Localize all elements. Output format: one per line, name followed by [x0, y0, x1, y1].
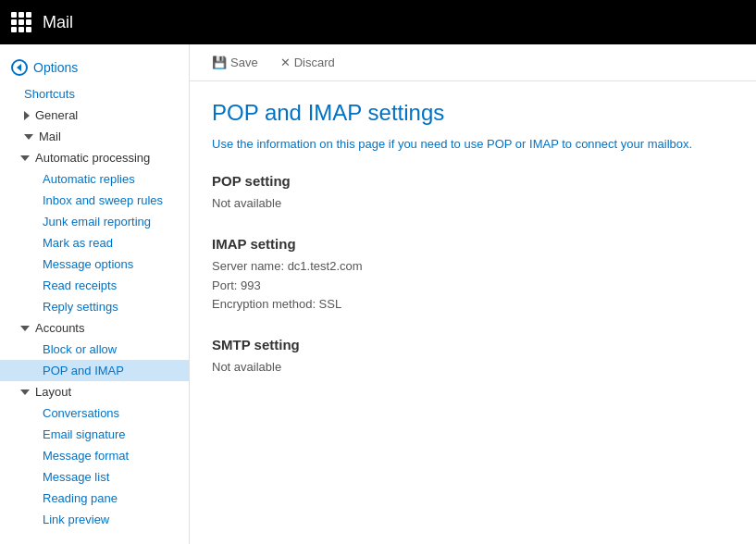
auto-replies-label: Automatic replies	[43, 172, 135, 186]
reply-settings-label: Reply settings	[43, 300, 118, 314]
sidebar-item-message-format[interactable]: Message format	[0, 445, 189, 466]
toolbar: 💾 Save ✕ Discard	[190, 44, 756, 81]
sidebar-item-inbox-sweep[interactable]: Inbox and sweep rules	[0, 190, 189, 211]
imap-encryption: Encryption method: SSL	[212, 295, 734, 315]
sidebar-item-shortcuts[interactable]: Shortcuts	[0, 83, 189, 105]
back-circle-icon	[11, 59, 28, 76]
email-signature-label: Email signature	[43, 427, 126, 441]
sidebar-item-email-signature[interactable]: Email signature	[0, 424, 189, 445]
reading-pane-label: Reading pane	[43, 491, 118, 505]
top-bar: Mail	[0, 0, 756, 44]
discard-label: Discard	[294, 56, 335, 69]
discard-button[interactable]: ✕ Discard	[277, 54, 339, 71]
link-preview-label: Link preview	[43, 513, 109, 526]
save-icon: 💾	[212, 56, 227, 69]
general-collapsed-icon	[24, 111, 30, 120]
auto-processing-expanded-icon	[20, 155, 30, 161]
conversations-label: Conversations	[43, 406, 119, 420]
shortcuts-label: Shortcuts	[24, 87, 75, 101]
imap-setting-section: IMAP setting Server name: dc1.test2.com …	[212, 236, 734, 315]
message-options-label: Message options	[43, 257, 133, 271]
mail-label: Mail	[39, 130, 61, 143]
message-format-label: Message format	[43, 449, 129, 463]
pop-setting-title: POP setting	[212, 173, 734, 189]
pop-setting-section: POP setting Not available	[212, 173, 734, 214]
sidebar-item-automatic-replies[interactable]: Automatic replies	[0, 168, 189, 190]
mark-as-read-label: Mark as read	[43, 236, 113, 250]
read-receipts-label: Read receipts	[43, 278, 117, 292]
app-title: Mail	[43, 13, 73, 32]
sidebar-item-read-receipts[interactable]: Read receipts	[0, 275, 189, 296]
sidebar-item-general[interactable]: General	[0, 105, 189, 126]
options-label: Options	[33, 60, 78, 75]
discard-icon: ✕	[280, 56, 291, 69]
layout-label: Layout	[35, 385, 71, 399]
options-back-button[interactable]: Options	[0, 52, 189, 83]
sidebar: Options Shortcuts General Mail Automatic…	[0, 44, 190, 544]
imap-port: Port: 993	[212, 277, 734, 296]
sidebar-item-conversations[interactable]: Conversations	[0, 402, 189, 424]
content-area: 💾 Save ✕ Discard POP and IMAP settings U…	[190, 44, 756, 544]
imap-server-name: Server name: dc1.test2.com	[212, 257, 734, 277]
sidebar-item-reading-pane[interactable]: Reading pane	[0, 488, 189, 509]
waffle-icon[interactable]	[11, 12, 31, 32]
imap-setting-title: IMAP setting	[212, 236, 734, 252]
sidebar-item-mark-as-read[interactable]: Mark as read	[0, 232, 189, 253]
accounts-expanded-icon	[20, 326, 30, 331]
sidebar-item-automatic-processing[interactable]: Automatic processing	[0, 147, 189, 168]
layout-expanded-icon	[20, 389, 30, 395]
sidebar-item-pop-imap[interactable]: POP and IMAP	[0, 360, 189, 381]
sidebar-item-block-or-allow[interactable]: Block or allow	[0, 339, 189, 360]
sidebar-item-message-list[interactable]: Message list	[0, 466, 189, 488]
smtp-setting-section: SMTP setting Not available	[212, 337, 734, 377]
mail-expanded-icon	[24, 134, 33, 140]
save-label: Save	[230, 56, 258, 69]
sidebar-item-message-options[interactable]: Message options	[0, 253, 189, 275]
auto-processing-label: Automatic processing	[35, 151, 150, 165]
junk-email-label: Junk email reporting	[43, 215, 151, 229]
sidebar-item-mail[interactable]: Mail	[0, 126, 189, 147]
sidebar-item-layout[interactable]: Layout	[0, 381, 189, 402]
pop-imap-label: POP and IMAP	[43, 364, 124, 377]
smtp-setting-detail: Not available	[212, 358, 734, 377]
back-arrow-icon	[17, 64, 21, 71]
page-title: POP and IMAP settings	[212, 100, 734, 126]
sidebar-item-link-preview[interactable]: Link preview	[0, 509, 189, 530]
sidebar-item-junk-email[interactable]: Junk email reporting	[0, 211, 189, 232]
general-label: General	[35, 108, 78, 122]
sidebar-item-reply-settings[interactable]: Reply settings	[0, 296, 189, 317]
accounts-label: Accounts	[35, 321, 84, 335]
pop-setting-detail: Not available	[212, 194, 734, 214]
content-body: POP and IMAP settings Use the informatio…	[190, 81, 756, 418]
save-button[interactable]: 💾 Save	[208, 54, 262, 71]
block-or-allow-label: Block or allow	[43, 342, 117, 356]
main-layout: Options Shortcuts General Mail Automatic…	[0, 44, 756, 544]
sidebar-item-accounts[interactable]: Accounts	[0, 317, 189, 339]
inbox-sweep-label: Inbox and sweep rules	[43, 193, 163, 207]
info-text: Use the information on this page if you …	[212, 137, 734, 151]
smtp-setting-title: SMTP setting	[212, 337, 734, 352]
message-list-label: Message list	[43, 470, 109, 484]
